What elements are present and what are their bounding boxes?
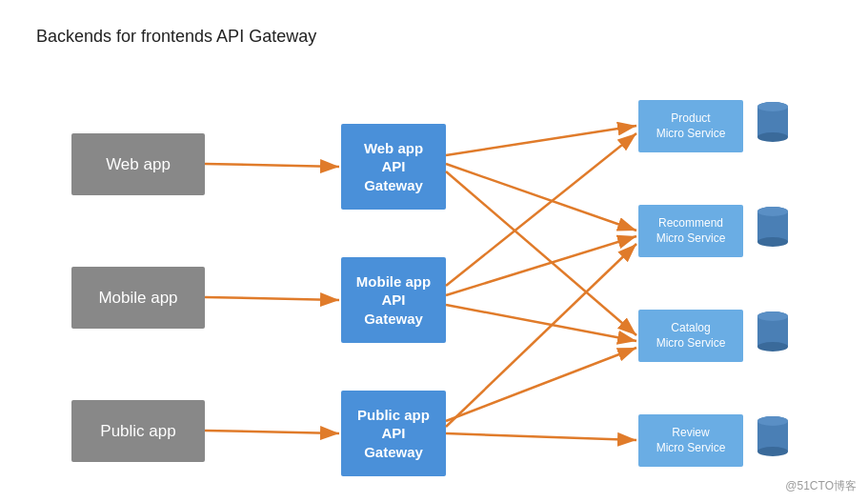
svg-point-11	[757, 311, 788, 321]
page-title: Backends for frontends API Gateway	[36, 27, 316, 47]
client-public-app: Public app	[71, 400, 205, 462]
svg-line-18	[205, 297, 339, 300]
gateway-mobile: Mobile appAPIGateway	[341, 257, 446, 343]
db-product-icon	[756, 99, 790, 145]
svg-point-15	[757, 416, 788, 426]
gateway-web: Web appAPIGateway	[341, 124, 446, 210]
gateway-public: Public appAPIGateway	[341, 391, 446, 476]
svg-point-3	[757, 102, 788, 111]
page: Backends for frontends API Gateway Web a…	[0, 0, 868, 502]
client-web-app: Web app	[71, 133, 205, 195]
svg-line-26	[446, 348, 636, 421]
svg-point-7	[757, 207, 788, 216]
svg-line-24	[446, 236, 636, 295]
db-review-icon	[756, 413, 790, 459]
service-review: ReviewMicro Service	[638, 414, 743, 467]
svg-line-19	[205, 431, 339, 433]
db-recommend-icon	[756, 204, 790, 250]
svg-line-22	[446, 171, 636, 335]
svg-line-21	[446, 164, 636, 231]
svg-line-20	[446, 126, 636, 155]
svg-point-14	[757, 447, 788, 456]
service-product: ProductMicro Service	[638, 100, 743, 152]
svg-point-2	[757, 132, 788, 142]
svg-line-28	[446, 244, 636, 427]
service-recommend: RecommendMicro Service	[638, 205, 743, 257]
svg-point-6	[757, 237, 788, 247]
svg-point-10	[757, 342, 788, 351]
svg-line-23	[446, 133, 636, 286]
svg-line-25	[446, 305, 636, 341]
client-mobile-app: Mobile app	[71, 267, 205, 329]
watermark: @51CTO博客	[785, 478, 857, 494]
svg-line-17	[205, 164, 339, 167]
svg-line-27	[446, 433, 636, 440]
db-catalog-icon	[756, 309, 790, 354]
service-catalog: CatalogMicro Service	[638, 310, 743, 362]
